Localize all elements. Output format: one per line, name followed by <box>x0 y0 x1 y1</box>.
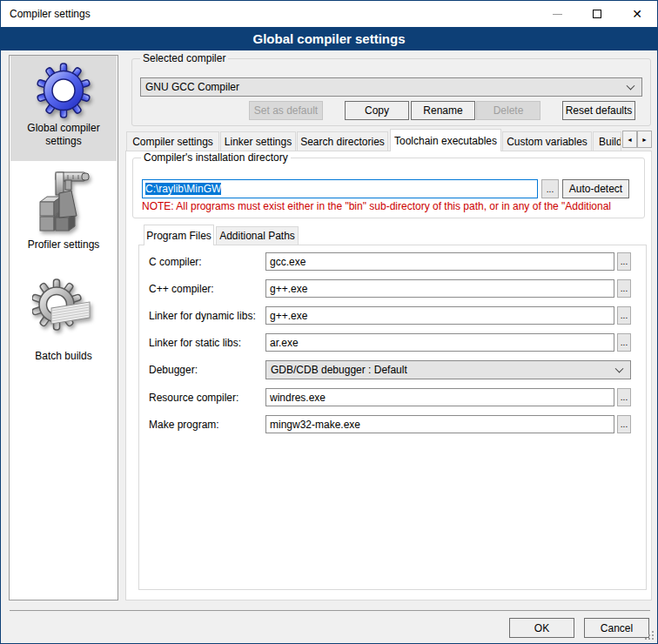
delete-button[interactable]: Delete <box>476 101 540 120</box>
resource-compiler-browse-button[interactable]: ... <box>617 388 631 406</box>
linker-static-label: Linker for static libs: <box>149 337 241 349</box>
selected-compiler-group-label: Selected compiler <box>140 52 228 64</box>
tab-search-directories[interactable]: Search directories <box>297 131 388 151</box>
tab-build-options[interactable]: Build options <box>593 131 621 151</box>
tab-scroll-left-button[interactable]: ◄ <box>622 131 637 148</box>
sidebar-item-label: Profiler settings <box>10 235 117 252</box>
tab-custom-variables[interactable]: Custom variables <box>502 131 592 151</box>
c-compiler-input[interactable] <box>265 252 614 271</box>
compiler-select[interactable]: GNU GCC Compiler <box>140 77 642 97</box>
install-dir-selected-text: C:\raylib\MinGW <box>145 183 221 195</box>
sidebar-item-label: Batch builds <box>10 346 117 363</box>
blue-gear-icon <box>10 63 117 118</box>
arrow-left-icon: ◄ <box>627 137 633 143</box>
chevron-down-icon <box>615 365 624 373</box>
reset-defaults-button[interactable]: Reset defaults <box>562 101 635 120</box>
make-program-label: Make program: <box>149 419 219 431</box>
arrow-right-icon: ► <box>641 137 648 143</box>
compiler-select-value: GNU GCC Compiler <box>145 81 239 93</box>
banner-title: Global compiler settings <box>1 27 657 50</box>
tab-additional-paths[interactable]: Additional Paths <box>216 226 299 245</box>
copy-button[interactable]: Copy <box>345 101 409 120</box>
linker-static-input[interactable] <box>265 333 614 352</box>
minimize-icon <box>553 14 562 15</box>
sidebar-item-label: Global compiler settings <box>10 118 117 148</box>
install-dir-input[interactable]: C:\raylib\MinGW <box>142 179 538 198</box>
sidebar: Global compiler settings <box>9 55 118 600</box>
make-program-browse-button[interactable]: ... <box>617 415 631 433</box>
sidebar-item-global-compiler-settings[interactable]: Global compiler settings <box>10 56 117 161</box>
debugger-select[interactable]: GDB/CDB debugger : Default <box>265 360 631 379</box>
chevron-down-icon <box>627 82 635 91</box>
linker-dynamic-input[interactable] <box>265 306 614 325</box>
tab-scroll-right-button[interactable]: ► <box>637 131 652 148</box>
linker-dynamic-label: Linker for dynamic libs: <box>149 310 256 322</box>
cpp-compiler-label: C++ compiler: <box>149 283 214 295</box>
cancel-button[interactable]: Cancel <box>584 618 649 638</box>
maximize-icon <box>593 10 601 18</box>
tab-program-files[interactable]: Program Files <box>144 225 214 245</box>
titlebar[interactable]: Compiler settings ✕ <box>1 1 657 27</box>
gray-gear-stack-icon <box>10 278 117 346</box>
minimize-button[interactable] <box>537 1 577 27</box>
tab-toolchain-executables[interactable]: Toolchain executables <box>390 129 501 151</box>
sidebar-item-profiler-settings[interactable]: Profiler settings <box>10 162 117 254</box>
tab-linker-settings[interactable]: Linker settings <box>220 131 296 151</box>
ok-button[interactable]: OK <box>509 618 574 638</box>
set-as-default-button[interactable]: Set as default <box>249 101 323 120</box>
debugger-select-value: GDB/CDB debugger : Default <box>271 364 407 376</box>
resource-compiler-input[interactable] <box>265 388 614 406</box>
install-dir-browse-button[interactable]: ... <box>541 179 559 198</box>
compiler-settings-dialog: Compiler settings ✕ Global compiler sett… <box>0 0 658 644</box>
c-compiler-browse-button[interactable]: ... <box>617 252 631 271</box>
window-title: Compiler settings <box>10 8 91 20</box>
close-button[interactable]: ✕ <box>617 1 657 27</box>
install-dir-group-label: Compiler's installation directory <box>141 151 291 164</box>
rename-button[interactable]: Rename <box>411 101 475 120</box>
linker-dynamic-browse-button[interactable]: ... <box>617 306 631 325</box>
cpp-compiler-browse-button[interactable]: ... <box>617 279 631 298</box>
auto-detect-button[interactable]: Auto-detect <box>562 179 629 198</box>
linker-static-browse-button[interactable]: ... <box>617 333 631 352</box>
tab-compiler-settings[interactable]: Compiler settings <box>126 131 219 151</box>
caliper-icon <box>10 165 117 235</box>
install-dir-note: NOTE: All programs must exist either in … <box>142 200 643 212</box>
c-compiler-label: C compiler: <box>149 256 202 268</box>
footer-divider <box>10 610 650 611</box>
make-program-input[interactable] <box>265 415 614 433</box>
close-icon: ✕ <box>632 8 642 20</box>
resource-compiler-label: Resource compiler: <box>149 392 238 404</box>
resize-grip[interactable] <box>644 630 655 641</box>
debugger-label: Debugger: <box>149 364 198 376</box>
maximize-button[interactable] <box>577 1 617 27</box>
cpp-compiler-input[interactable] <box>265 279 614 298</box>
sidebar-item-batch-builds[interactable]: Batch builds <box>10 275 117 364</box>
